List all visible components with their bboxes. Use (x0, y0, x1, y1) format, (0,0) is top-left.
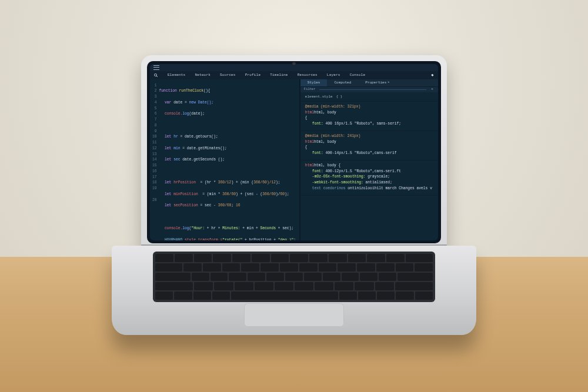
css-rule[interactable]: htmlhtml, body { font: 400-12px/1.5 "Rob… (300, 160, 438, 196)
tab-profile[interactable]: Profile (245, 72, 261, 78)
hamburger-icon[interactable] (153, 65, 159, 70)
webcam (293, 62, 296, 65)
element-style-row[interactable]: element.style{ } (300, 92, 438, 102)
css-rule[interactable]: @media (min-width: 321px) htmlhtml, body… (300, 102, 438, 131)
subtab-styles[interactable]: Styles (300, 79, 328, 86)
laptop: Elements Network Sources Profile Timelin… (112, 55, 476, 343)
svg-line-1 (156, 76, 158, 77)
gear-icon[interactable] (430, 73, 435, 78)
filter-label: Filter (304, 87, 316, 92)
tab-sources[interactable]: Sources (220, 72, 236, 78)
trackpad (244, 303, 344, 327)
chevron-right-icon: » (387, 81, 389, 85)
styles-panel: Styles Computed Properties» Filter ＋ ele… (300, 79, 438, 240)
search-icon[interactable] (153, 73, 158, 78)
panes: 1234567891011121314151617181920 function… (150, 79, 438, 240)
screen-bezel: Elements Network Sources Profile Timelin… (147, 61, 441, 243)
subtab-computed[interactable]: Computed (327, 79, 358, 86)
filter-input[interactable] (319, 89, 426, 90)
laptop-lid: Elements Network Sources Profile Timelin… (141, 55, 447, 249)
tab-resources[interactable]: Resources (298, 72, 318, 78)
subtab-properties[interactable]: Properties» (358, 79, 396, 86)
add-rule-icon[interactable]: ＋ (430, 87, 435, 92)
svg-point-0 (155, 73, 157, 76)
tab-console[interactable]: Console (350, 72, 366, 78)
laptop-base (112, 246, 476, 335)
css-rule[interactable]: @media (min-width: 241px) htmlhtml, body… (300, 131, 438, 160)
line-number-gutter: 1234567891011121314151617181920 (152, 83, 159, 237)
code-editor[interactable]: 1234567891011121314151617181920 function… (150, 79, 299, 240)
styles-filter-bar: Filter ＋ (300, 86, 438, 92)
source-code: function runTheClock(){ var date = new D… (159, 83, 303, 237)
keyboard (153, 252, 435, 302)
tab-elements[interactable]: Elements (168, 72, 185, 78)
tab-layers[interactable]: Layers (327, 72, 340, 78)
tab-timeline[interactable]: Timeline (270, 72, 288, 78)
devtools-tabbar: Elements Network Sources Profile Timelin… (150, 71, 438, 79)
devtools-window: Elements Network Sources Profile Timelin… (150, 64, 438, 240)
styles-subtabs: Styles Computed Properties» (300, 79, 438, 86)
tab-network[interactable]: Network (195, 72, 211, 78)
